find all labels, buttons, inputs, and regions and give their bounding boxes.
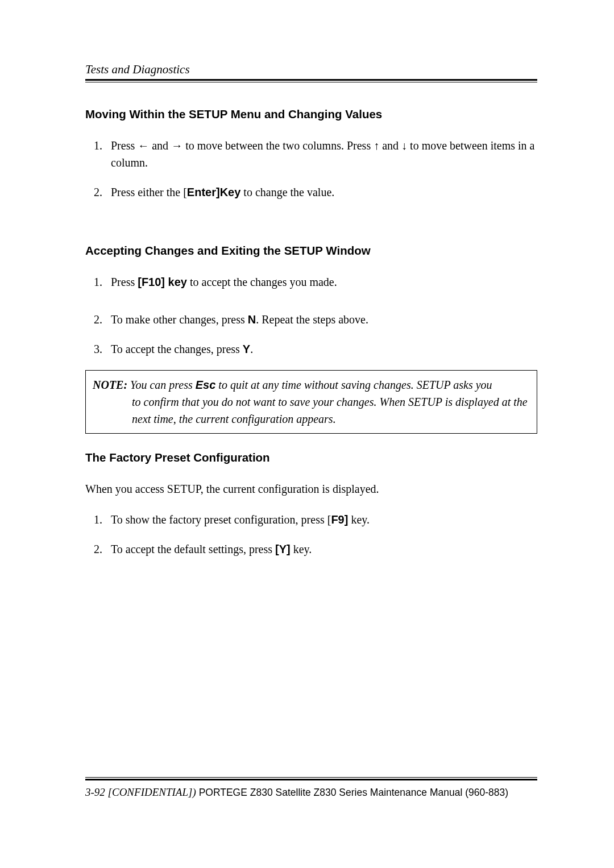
moving-list: 1. Press ← and → to move between the two… [85,137,537,201]
text: Press [111,276,138,288]
header-rule-thin [85,82,537,82]
list-number: 1. [94,273,102,290]
text: to change the value. [240,186,334,198]
accepting-item-1: 1. Press [F10] key to accept the changes… [111,273,537,290]
header-title: Tests and Diagnostics [85,63,537,77]
moving-item-1: 1. Press ← and → to move between the two… [111,137,537,171]
page-content: Tests and Diagnostics Moving Within the … [0,0,614,558]
note-text: to quit at any time without saving chang… [215,379,492,391]
page-footer: 3-92 [CONFIDENTIAL]) PORTEGE Z830 Satell… [85,777,537,799]
accepting-list: 1. Press [F10] key to accept the changes… [85,273,537,358]
note-box: NOTE: You can press Esc to quit at any t… [85,370,537,434]
note-text: You can press [127,379,196,391]
text: To show the factory preset configuration… [111,513,331,526]
text: key. [348,513,370,526]
section-heading-accepting: Accepting Changes and Exiting the SETUP … [85,244,537,258]
note-label: NOTE: [93,379,127,391]
arrow-left-icon: ← [138,139,149,152]
list-number: 2. [94,311,102,328]
key-y: Y [243,343,250,355]
section-heading-factory: The Factory Preset Configuration [85,451,537,464]
list-number: 3. [94,340,102,358]
key-esc: Esc [196,379,216,391]
factory-list: 1. To show the factory preset configurat… [85,511,537,558]
list-number: 1. [94,137,102,154]
arrow-right-icon: → [171,139,182,152]
key-y-bracket: [Y] [275,543,291,555]
list-number: 2. [94,541,102,558]
note-text: to confirm that you do not want to save … [93,393,528,427]
section-heading-moving: Moving Within the SETUP Menu and Changin… [85,107,537,121]
factory-item-1: 1. To show the factory preset configurat… [111,511,537,528]
key-enter: Enter]Key [187,186,240,198]
key-f10: [F10] key [138,276,187,288]
key-f9: F9] [331,513,348,526]
text: Press either the [ [111,186,187,198]
list-number: 2. [94,184,102,201]
text: and [379,139,401,152]
list-number: 1. [94,511,102,528]
text: key. [291,543,312,555]
accepting-item-2: 2. To make other changes, press N. Repea… [111,311,537,328]
footer-pagecode: 3-92 [CONFIDENTIAL]) [85,786,196,798]
text: To accept the changes, press [111,343,243,355]
text: To accept the default settings, press [111,543,275,555]
header-rule-thick [85,79,537,81]
text: to move between the two columns. Press [182,139,374,152]
footer-rule-thick [85,779,537,780]
factory-intro: When you access SETUP, the current confi… [85,480,537,497]
factory-item-2: 2. To accept the default settings, press… [111,541,537,558]
text: . [250,343,253,355]
arrow-down-icon: ↓ [401,139,407,152]
footer-manual: PORTEGE Z830 Satellite Z830 Series Maint… [196,787,508,798]
text: . Repeat the steps above. [256,313,368,326]
footer-text: 3-92 [CONFIDENTIAL]) PORTEGE Z830 Satell… [85,786,537,799]
text: Press [111,139,138,152]
text: To make other changes, press [111,313,248,326]
footer-rule-thin [85,777,537,778]
text: and [149,139,171,152]
text: to accept the changes you made. [187,276,337,288]
accepting-item-3: 3. To accept the changes, press Y. [111,340,537,358]
arrow-up-icon: ↑ [374,139,379,152]
moving-item-2: 2. Press either the [Enter]Key to change… [111,184,537,201]
key-n: N [248,313,256,326]
